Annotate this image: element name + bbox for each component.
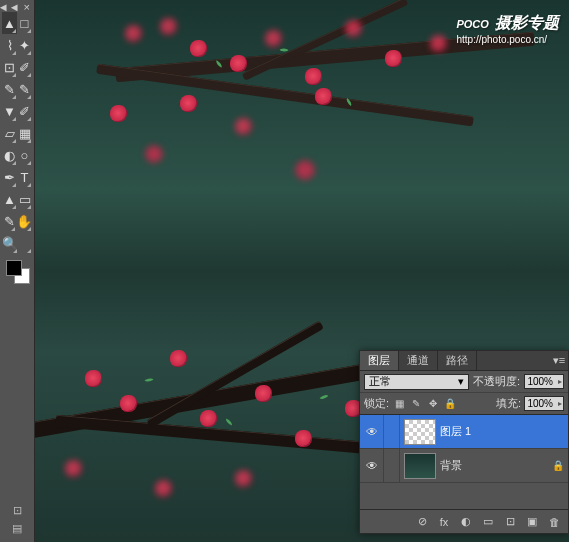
flower [230, 55, 246, 71]
lock-all-icon[interactable]: 🔒 [443, 397, 457, 411]
leaf [145, 376, 154, 383]
quickmask-icon[interactable]: ⊡ [2, 502, 32, 518]
opacity-label: 不透明度: [473, 374, 520, 389]
flower [295, 160, 315, 180]
flower [385, 50, 401, 66]
flower [315, 88, 331, 104]
opacity-input[interactable]: 100% [524, 374, 564, 389]
flower [265, 30, 281, 46]
panel-tabs: 图层 通道 路径 ▾≡ [360, 351, 568, 371]
dodge-tool[interactable]: ○ [17, 144, 32, 166]
healing-tool[interactable]: ✎ [2, 78, 17, 100]
lock-position-icon[interactable]: ✥ [426, 397, 440, 411]
fx-icon[interactable]: fx [434, 513, 454, 531]
eraser-tool[interactable]: ▱ [2, 122, 17, 144]
screenmode-icon[interactable]: ▤ [2, 520, 32, 536]
flower [160, 18, 176, 34]
flower [110, 105, 126, 121]
link-layers-icon[interactable]: ⊘ [412, 513, 432, 531]
shape-tool[interactable]: ▭ [17, 188, 32, 210]
flower [145, 145, 163, 163]
link-cell[interactable] [384, 449, 400, 482]
eyedropper-tool[interactable]: ✐ [17, 56, 32, 78]
fill-label: 填充: [496, 396, 521, 411]
panel-menu-icon[interactable]: ▾≡ [550, 351, 568, 370]
layer-thumbnail[interactable] [404, 419, 436, 445]
new-layer-icon[interactable]: ▣ [522, 513, 542, 531]
layer-thumbnail[interactable] [404, 453, 436, 479]
lasso-tool[interactable]: ⌇ [2, 34, 17, 56]
lock-transparency-icon[interactable]: ▦ [392, 397, 406, 411]
visibility-icon[interactable]: 👁 [360, 449, 384, 482]
watermark-url: http://photo.poco.cn/ [456, 34, 559, 45]
flower [155, 480, 171, 496]
tab-channels[interactable]: 通道 [399, 351, 438, 370]
mask-icon[interactable]: ◐ [456, 513, 476, 531]
flower [345, 20, 361, 36]
zoom-tool[interactable]: 🔍 [2, 232, 18, 254]
lock-pixels-icon[interactable]: ✎ [409, 397, 423, 411]
lock-icon: 🔒 [552, 460, 568, 471]
flower [235, 470, 251, 486]
history-brush-tool[interactable]: ✐ [17, 100, 32, 122]
flower [295, 430, 311, 446]
layer-name: 图层 1 [440, 424, 552, 439]
color-swatches[interactable] [2, 260, 32, 288]
crop-tool[interactable]: ⊡ [2, 56, 17, 78]
wand-tool[interactable]: ✦ [17, 34, 32, 56]
stamp-tool[interactable]: ▼ [2, 100, 17, 122]
watermark: POCO 摄影专题 http://photo.poco.cn/ [456, 8, 559, 45]
flower [180, 95, 196, 111]
move-tool[interactable]: ▲ [2, 12, 17, 34]
tools-header: ◄◄ × [2, 2, 32, 12]
flower [200, 410, 216, 426]
chevron-down-icon: ▾ [458, 375, 464, 388]
group-icon[interactable]: ⊡ [500, 513, 520, 531]
blend-mode-value: 正常 [369, 374, 391, 389]
foreground-swatch[interactable] [6, 260, 22, 276]
pen-tool[interactable]: ✒ [2, 166, 17, 188]
flower [305, 68, 321, 84]
tools-panel: ◄◄ × ▲□⌇✦⊡✐✎✎▼✐▱▦◐○✒T▲▭✎✋🔍 ⊡ ▤ [0, 0, 35, 542]
collapse-icon[interactable]: ◄◄ [0, 3, 20, 11]
lock-label: 锁定: [364, 396, 389, 411]
tool-tool[interactable] [18, 232, 32, 254]
leaf [320, 393, 329, 401]
watermark-brand: POCO [456, 18, 488, 30]
layer-row[interactable]: 👁图层 1 [360, 415, 568, 449]
marquee-tool[interactable]: □ [17, 12, 32, 34]
layer-list: 👁图层 1👁背景🔒 [360, 415, 568, 483]
flower [65, 460, 81, 476]
adjustment-icon[interactable]: ▭ [478, 513, 498, 531]
panel-footer: ⊘ fx ◐ ▭ ⊡ ▣ 🗑 [360, 509, 568, 533]
flower [235, 118, 251, 134]
blur-tool[interactable]: ◐ [2, 144, 17, 166]
flower [170, 350, 186, 366]
path-select-tool[interactable]: ▲ [2, 188, 17, 210]
notes-tool[interactable]: ✎ [2, 210, 16, 232]
flower [190, 40, 206, 56]
type-tool[interactable]: T [17, 166, 32, 188]
branch [96, 64, 474, 127]
flower [120, 395, 136, 411]
flower [85, 370, 101, 386]
leaf [225, 418, 234, 425]
close-icon[interactable]: × [24, 3, 30, 11]
link-cell[interactable] [384, 415, 400, 448]
tab-layers[interactable]: 图层 [360, 351, 399, 370]
hand-tool[interactable]: ✋ [16, 210, 32, 232]
gradient-tool[interactable]: ▦ [17, 122, 32, 144]
blend-mode-select[interactable]: 正常 ▾ [364, 374, 469, 390]
brush-tool[interactable]: ✎ [17, 78, 32, 100]
flower [125, 25, 141, 41]
flower [255, 385, 271, 401]
tab-paths[interactable]: 路径 [438, 351, 477, 370]
layer-row[interactable]: 👁背景🔒 [360, 449, 568, 483]
fill-input[interactable]: 100% [524, 396, 564, 411]
watermark-tagline: 摄影专题 [495, 14, 559, 31]
trash-icon[interactable]: 🗑 [544, 513, 564, 531]
layers-panel: 图层 通道 路径 ▾≡ 正常 ▾ 不透明度: 100% 锁定: ▦ ✎ ✥ 🔒 … [359, 350, 569, 534]
visibility-icon[interactable]: 👁 [360, 415, 384, 448]
flower [430, 35, 446, 51]
layer-name: 背景 [440, 458, 552, 473]
